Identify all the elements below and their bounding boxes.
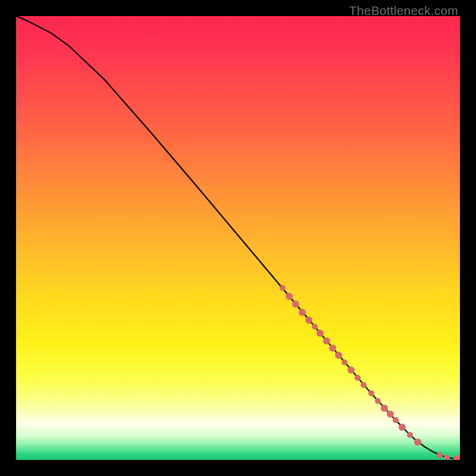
svg-rect-0 — [16, 16, 460, 460]
chart-frame: TheBottleneck.com — [0, 0, 476, 476]
data-point — [381, 405, 388, 412]
data-point — [335, 352, 342, 359]
data-point — [368, 390, 374, 396]
watermark-text: TheBottleneck.com — [349, 4, 458, 18]
data-point — [317, 330, 324, 337]
data-point — [361, 382, 367, 388]
data-point — [437, 452, 443, 458]
data-point — [444, 455, 450, 460]
data-point — [393, 417, 399, 423]
data-point — [456, 455, 460, 460]
data-point — [342, 359, 347, 365]
data-point — [355, 375, 361, 381]
background-gradient — [16, 16, 460, 460]
data-point — [414, 439, 421, 446]
data-point — [329, 345, 336, 352]
data-point — [292, 300, 299, 308]
data-point — [407, 432, 413, 438]
data-point — [280, 285, 286, 291]
data-point — [375, 398, 381, 404]
data-point — [387, 411, 394, 418]
data-point — [312, 324, 318, 330]
data-point — [286, 293, 293, 300]
data-point — [305, 317, 312, 324]
data-point — [299, 309, 306, 316]
plot-area — [16, 16, 460, 460]
data-point — [347, 367, 355, 374]
data-point — [399, 424, 406, 431]
data-point — [323, 337, 330, 345]
